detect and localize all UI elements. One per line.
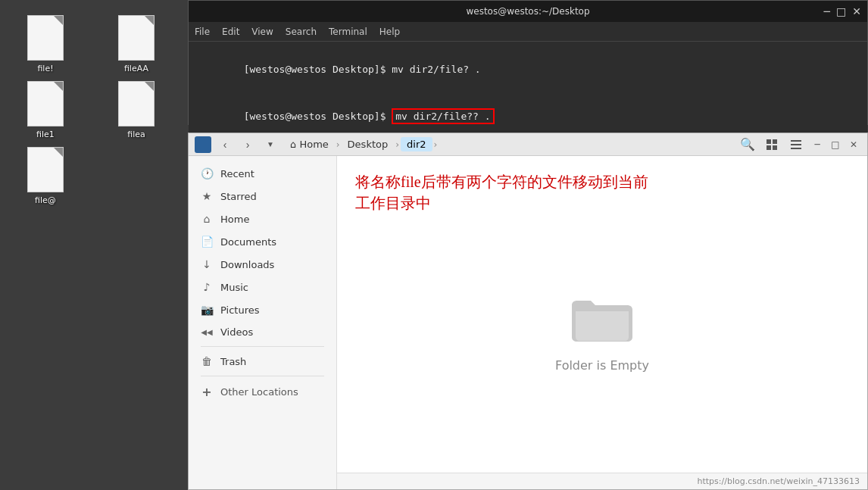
terminal-menu-view[interactable]: View (251, 27, 273, 37)
fm-forward-button[interactable]: › (239, 136, 257, 153)
terminal-menu-help[interactable]: Help (379, 27, 400, 37)
terminal-title: westos@westos:~/Desktop (466, 6, 589, 17)
sidebar-item-music[interactable]: ♪ Music (189, 276, 336, 298)
svg-rect-4 (791, 140, 801, 142)
desktop: file! fileAA file1 filea file@ (0, 0, 868, 490)
fileaa-label: fileAA (124, 64, 148, 73)
fm-content: 🕐 Recent ★ Starred ⌂ Home 📄 Documents ↓ (189, 156, 867, 489)
other-locations-icon: + (201, 385, 213, 399)
svg-rect-0 (767, 139, 771, 144)
sidebar-item-documents-label: Documents (220, 236, 276, 248)
sidebar-item-music-label: Music (220, 282, 248, 293)
desktop-icon-file-at[interactable]: file@ (15, 147, 76, 205)
home-sidebar-icon: ⌂ (201, 213, 213, 225)
desktop-icon-filea[interactable]: filea (106, 81, 167, 139)
terminal-prompt-1: [westos@westos Desktop]$ (244, 64, 392, 75)
icon-row-2: file1 filea (15, 81, 167, 139)
terminal-close-icon[interactable]: ✕ (852, 5, 861, 17)
file-excl-icon-img (27, 15, 64, 61)
breadcrumb-sep-3: › (434, 139, 438, 150)
sidebar-item-trash[interactable]: 🗑 Trash (189, 350, 336, 373)
fm-crumb-desktop-label: Desktop (348, 139, 389, 150)
downloads-icon: ↓ (201, 258, 213, 270)
empty-folder-icon (568, 292, 636, 346)
desktop-icon-file1[interactable]: file1 (15, 81, 76, 139)
filea-label: filea (127, 130, 145, 139)
fm-crumb-dir2-label: dir2 (407, 139, 426, 150)
fm-toolbar-right: 🔍 ─ □ ✕ (737, 136, 861, 154)
trash-icon: 🗑 (201, 355, 213, 367)
terminal-window: westos@westos:~/Desktop ─ □ ✕ File Edit … (188, 0, 868, 125)
fm-view-grid-button[interactable] (761, 136, 782, 154)
sidebar-item-other-locations[interactable]: + Other Locations (189, 379, 336, 404)
terminal-cmd-highlighted: mv dir2/file?? . (392, 108, 494, 124)
fm-close-button[interactable]: ✕ (846, 137, 861, 152)
terminal-cmd-1: mv dir2/file? . (392, 64, 480, 75)
sidebar-item-pictures[interactable]: 📷 Pictures (189, 298, 336, 321)
svg-rect-2 (767, 145, 771, 150)
svg-rect-6 (791, 148, 801, 149)
fm-status-url: https://blog.csdn.net/weixin_47133613 (697, 476, 860, 486)
sidebar-item-videos[interactable]: ◀◀ Videos (189, 321, 336, 343)
fm-indicator (195, 136, 211, 153)
icon-row-3: file@ (15, 147, 167, 205)
fm-breadcrumb: ⌂ Home › Desktop › dir2 › (284, 137, 732, 151)
breadcrumb-sep-1: › (336, 139, 340, 150)
fm-back-button[interactable]: ‹ (216, 136, 234, 153)
sidebar-divider (201, 346, 324, 347)
fm-crumb-desktop[interactable]: Desktop (342, 137, 395, 151)
fm-sidebar: 🕐 Recent ★ Starred ⌂ Home 📄 Documents ↓ (189, 156, 337, 489)
svg-rect-3 (773, 145, 777, 150)
fm-history-button[interactable]: ▼ (261, 136, 279, 153)
sidebar-item-recent-label: Recent (220, 168, 254, 179)
file-excl-label: file! (37, 64, 53, 73)
sidebar-item-documents[interactable]: 📄 Documents (189, 230, 336, 253)
file-at-icon-img (27, 147, 64, 192)
sidebar-item-trash-label: Trash (220, 356, 246, 367)
starred-icon: ★ (201, 190, 213, 202)
fm-crumb-dir2[interactable]: dir2 (401, 137, 432, 151)
desktop-icons-area: file! fileAA file1 filea file@ (15, 15, 167, 205)
terminal-menu-edit[interactable]: Edit (222, 27, 239, 37)
terminal-menubar: File Edit View Search Terminal Help (189, 22, 867, 42)
terminal-titlebar: westos@westos:~/Desktop ─ □ ✕ (189, 1, 867, 22)
terminal-menu-search[interactable]: Search (286, 27, 317, 37)
fm-search-button[interactable]: 🔍 (737, 136, 758, 154)
fm-minimize-button[interactable]: ─ (810, 137, 825, 152)
terminal-prompt-2: [westos@westos Desktop]$ (244, 111, 392, 122)
filemanager-window: ‹ › ▼ ⌂ Home › Desktop › dir2 › (188, 133, 868, 490)
fm-annotation-text: 将名称file后带有两个字符的文件移动到当前工作目录中 (337, 156, 867, 221)
breadcrumb-sep-2: › (395, 139, 399, 150)
fm-titlebar: ‹ › ▼ ⌂ Home › Desktop › dir2 › (189, 133, 867, 156)
desktop-icon-fileaa[interactable]: fileAA (106, 15, 167, 73)
fm-crumb-home-label: Home (299, 139, 328, 150)
fm-maximize-button[interactable]: □ (828, 137, 843, 152)
terminal-minimize-icon[interactable]: ─ (824, 5, 830, 17)
file1-label: file1 (36, 130, 55, 139)
terminal-maximize-icon[interactable]: □ (836, 5, 846, 17)
videos-icon: ◀◀ (201, 328, 213, 336)
svg-rect-5 (791, 144, 801, 145)
fm-view-list-button[interactable] (785, 136, 807, 154)
recent-icon: 🕐 (201, 167, 213, 179)
sidebar-item-videos-label: Videos (220, 326, 253, 338)
sidebar-item-downloads[interactable]: ↓ Downloads (189, 253, 336, 276)
sidebar-item-recent[interactable]: 🕐 Recent (189, 162, 336, 185)
sidebar-item-starred[interactable]: ★ Starred (189, 185, 336, 208)
svg-rect-1 (773, 139, 777, 144)
sidebar-item-home-label: Home (220, 214, 249, 225)
icon-row-1: file! fileAA (15, 15, 167, 73)
sidebar-item-starred-label: Starred (220, 191, 257, 202)
sidebar-item-home[interactable]: ⌂ Home (189, 208, 336, 230)
fm-crumb-home[interactable]: ⌂ Home (284, 137, 335, 151)
terminal-menu-terminal[interactable]: Terminal (329, 27, 367, 37)
desktop-icon-file-excl[interactable]: file! (15, 15, 76, 73)
documents-icon: 📄 (201, 236, 213, 248)
sidebar-item-downloads-label: Downloads (220, 259, 274, 270)
terminal-menu-file[interactable]: File (195, 27, 210, 37)
music-icon: ♪ (201, 281, 213, 293)
sidebar-item-other-locations-label: Other Locations (220, 386, 298, 398)
sidebar-item-pictures-label: Pictures (220, 304, 259, 316)
fm-statusbar: https://blog.csdn.net/weixin_47133613 (337, 473, 867, 489)
home-icon: ⌂ (290, 139, 296, 150)
